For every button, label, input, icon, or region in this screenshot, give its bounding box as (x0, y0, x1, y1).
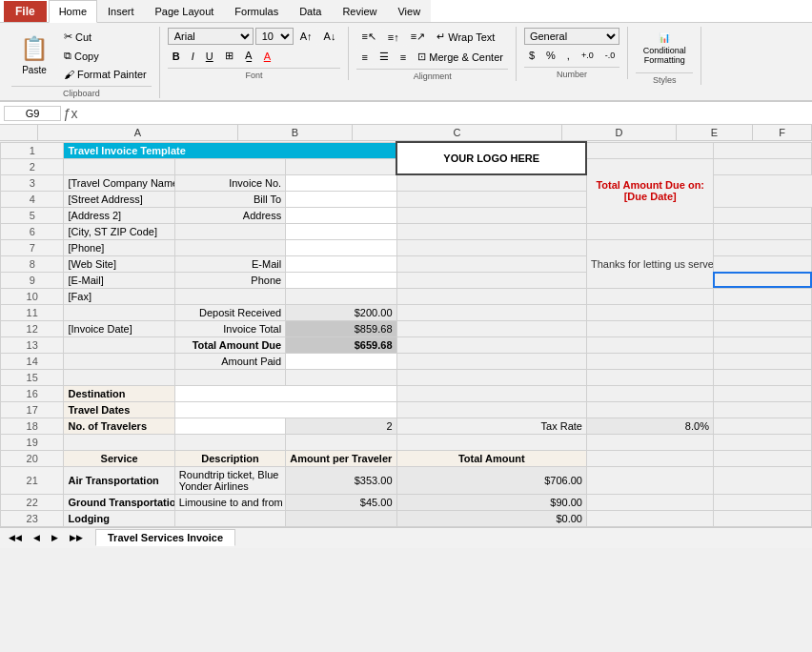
scissors-icon: ✂ (64, 31, 72, 43)
invoice-no-input[interactable] (286, 174, 396, 191)
cell-f3 (396, 174, 586, 191)
align-right-button[interactable]: ≡ (396, 49, 411, 66)
tab-next-button[interactable]: ▶ (47, 531, 63, 544)
align-top-center-button[interactable]: ≡↑ (383, 29, 404, 46)
wrap-text-button[interactable]: ↵ Wrap Text (432, 28, 499, 46)
fill-color-button[interactable]: A̲ (240, 47, 257, 65)
comma-button[interactable]: , (562, 47, 575, 64)
grow-icon: A↑ (300, 31, 313, 42)
align-center-button[interactable]: ☰ (375, 48, 394, 66)
bold-button[interactable]: B (168, 48, 185, 65)
border-button[interactable]: ⊞ (220, 47, 238, 65)
font-color-button[interactable]: A (259, 48, 275, 65)
formula-input[interactable] (80, 108, 808, 119)
merge-center-button[interactable]: ⊡ Merge & Center (413, 48, 508, 66)
row-number-corner (0, 125, 38, 140)
conditional-formatting-button[interactable]: 📊 Conditional Formatting (636, 28, 693, 70)
col-header-d[interactable]: D (562, 125, 677, 140)
tab-data[interactable]: Data (289, 0, 332, 22)
row-num-1: 1 (1, 142, 64, 158)
phone-input[interactable] (286, 239, 396, 255)
align-top-right-button[interactable]: ≡↗ (406, 28, 430, 46)
tab-last-button[interactable]: ▶▶ (65, 531, 88, 544)
clipboard-sub: ✂ Cut ⧉ Copy 🖌 Format Painter (59, 28, 152, 83)
tab-view[interactable]: View (387, 0, 431, 22)
cell-f23 (713, 510, 811, 526)
fill-icon: A̲ (245, 50, 253, 62)
wrap-icon: ↵ (436, 31, 445, 43)
percent-button[interactable]: % (541, 47, 560, 64)
tab-insert[interactable]: Insert (97, 0, 145, 22)
total-due-on-cell: Total Amount Due on:[Due Date] (586, 158, 713, 223)
paste-icon: 📋 (20, 35, 49, 62)
col-header-e[interactable]: E (677, 125, 753, 140)
cell-f8 (713, 255, 811, 272)
col-header-b[interactable]: B (238, 125, 353, 140)
phone-input-row9[interactable] (286, 272, 396, 288)
cell-b2[interactable] (174, 158, 285, 174)
cell-b7 (174, 239, 285, 255)
copy-button[interactable]: ⧉ Copy (59, 47, 152, 65)
cell-c2[interactable] (286, 158, 396, 174)
file-tab[interactable]: File (4, 1, 47, 22)
service1-total: $706.00 (396, 466, 586, 494)
tab-prev-button[interactable]: ◀ (29, 531, 45, 544)
cell-e16 (586, 385, 713, 401)
align-top-left-button[interactable]: ≡↖ (356, 28, 380, 46)
cf-icon: 📊 (659, 32, 670, 43)
table-row: 21 Air Transportation Roundtrip ticket, … (1, 466, 812, 494)
cell-reference-input[interactable]: G9 (4, 106, 61, 121)
service1-desc: Roundtrip ticket, Blue Yonder Airlines (174, 466, 285, 494)
font-grow-button[interactable]: A↑ (295, 28, 317, 45)
align-left-button[interactable]: ≡ (356, 49, 372, 66)
italic-button[interactable]: I (187, 48, 199, 65)
format-painter-button[interactable]: 🖌 Format Painter (59, 66, 152, 83)
tab-first-button[interactable]: ◀◀ (4, 531, 27, 544)
amount-paid-input[interactable] (286, 353, 396, 369)
email-input[interactable] (286, 255, 396, 272)
cell-f5 (713, 207, 811, 223)
cell-e12 (586, 320, 713, 336)
col-header-c[interactable]: C (353, 125, 562, 140)
tab-page-layout[interactable]: Page Layout (145, 0, 225, 22)
street-cell: [Street Address] (64, 191, 174, 207)
font-size-select[interactable]: 10 (255, 28, 294, 45)
row-num-17: 17 (1, 401, 64, 418)
tab-home[interactable]: Home (49, 0, 97, 23)
bill-to-input[interactable] (286, 191, 396, 207)
travel-dates-input[interactable] (174, 401, 396, 418)
dollar-button[interactable]: $ (524, 47, 539, 64)
cell-c10 (286, 288, 396, 304)
tab-formulas[interactable]: Formulas (224, 0, 289, 22)
row-num-8: 8 (1, 255, 64, 272)
tab-review[interactable]: Review (332, 0, 387, 22)
align-row2: ≡ ☰ ≡ ⊡ Merge & Center (356, 47, 508, 67)
sheet-tab-travel-services[interactable]: Travel Services Invoice (95, 529, 235, 546)
col-header-f[interactable]: F (753, 125, 812, 140)
paste-button[interactable]: 📋 Paste (11, 31, 57, 80)
dec-dec-button[interactable]: -.0 (600, 48, 620, 63)
font-shrink-button[interactable]: A↓ (319, 28, 341, 45)
cell-f10 (713, 288, 811, 304)
dec-inc-button[interactable]: +.0 (577, 48, 599, 63)
address-input[interactable] (286, 207, 396, 223)
underline-button[interactable]: U (201, 48, 218, 65)
row-num-21: 21 (1, 466, 64, 494)
amount-paid-label: Amount Paid (174, 353, 285, 369)
col-header-a[interactable]: A (38, 125, 238, 140)
cell-e13 (586, 336, 713, 353)
align-tr-icon: ≡↗ (411, 31, 425, 43)
num-travelers-label: No. of Travelers (64, 418, 174, 434)
cell-a2[interactable] (64, 158, 174, 174)
city-input[interactable] (286, 223, 396, 239)
merge-icon: ⊡ (417, 51, 426, 63)
cell-d13 (396, 336, 586, 353)
cut-button[interactable]: ✂ Cut (59, 28, 152, 46)
font-family-select[interactable]: Arial (168, 28, 254, 45)
deposit-value: $200.00 (286, 304, 396, 320)
destination-input[interactable] (174, 385, 396, 401)
font-group: Arial 10 A↑ A↓ B I U ⊞ A̲ A Font (160, 27, 350, 80)
clipboard-row: 📋 Paste ✂ Cut ⧉ Copy 🖌 Format Painter (11, 27, 152, 84)
active-cell-g9[interactable] (713, 272, 811, 288)
number-format-select[interactable]: General (524, 28, 619, 45)
